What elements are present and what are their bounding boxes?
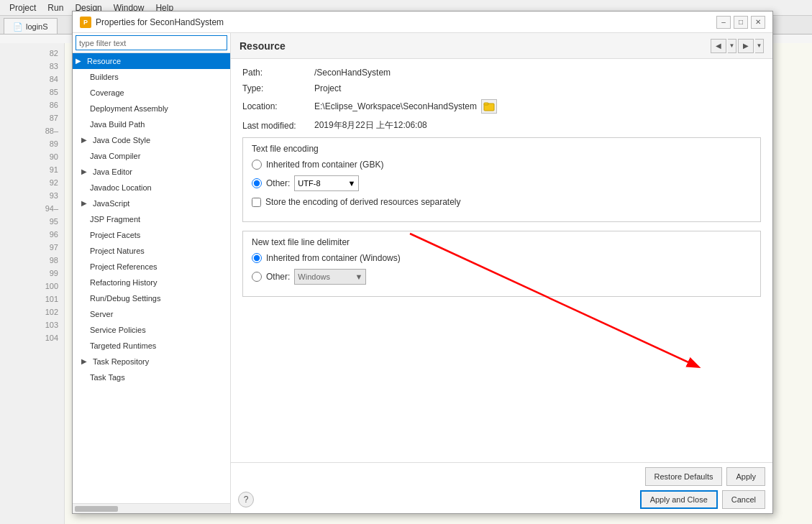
text-encoding-section: Text file encoding Inherited from contai…	[242, 137, 761, 222]
location-row: Location: E:\Eclipse_Workspace\SeconHand…	[242, 99, 761, 114]
nav-forward-dropdown[interactable]: ▼	[755, 39, 764, 53]
line-numbers: 82 83 84 85 86 87 88– 89 90 91 92 93 94–…	[0, 43, 65, 524]
tree-item-task-repository[interactable]: ▶ Task Repository	[73, 354, 230, 369]
tree-item-java-build[interactable]: Java Build Path	[73, 116, 230, 132]
tree-item-label-java-code-style: Java Code Style	[93, 132, 150, 148]
tree-item-label-coverage: Coverage	[90, 85, 124, 101]
tree-item-deployment[interactable]: Deployment Assembly	[73, 101, 230, 116]
line-num-91: 91	[0, 163, 64, 176]
dialog-icon: P	[80, 17, 91, 28]
store-encoding-checkbox[interactable]	[252, 198, 261, 207]
close-button[interactable]: ✕	[751, 16, 765, 29]
other-line-radio-row: Other: Windows ▼	[252, 269, 752, 285]
last-modified-row: Last modified: 2019年8月22日 上午12:06:08	[242, 119, 761, 132]
tree-item-java-compiler[interactable]: Java Compiler	[73, 148, 230, 164]
nav-back-button[interactable]: ◀	[711, 39, 726, 53]
apply-and-close-button[interactable]: Apply and Close	[640, 490, 718, 509]
dropdown-arrow-icon: ▼	[347, 179, 355, 188]
location-value-row: E:\Eclipse_Workspace\SeconHandSystem	[314, 99, 497, 114]
tree-item-run-debug[interactable]: Run/Debug Settings	[73, 290, 230, 306]
apply-button[interactable]: Apply	[726, 467, 765, 486]
type-row: Type: Project	[242, 83, 761, 93]
dialog-body: ▶ Resource Builders Coverage Deployment …	[73, 33, 772, 513]
tab-logins[interactable]: 📄 loginS	[4, 18, 58, 34]
tree-item-project-natures[interactable]: Project Natures	[73, 243, 230, 259]
tree-item-jsp[interactable]: JSP Fragment	[73, 211, 230, 227]
folder-icon	[483, 101, 495, 112]
minimize-button[interactable]: –	[716, 16, 731, 29]
store-encoding-label: Store the encoding of derived resources …	[265, 197, 461, 207]
line-num-98: 98	[0, 254, 64, 267]
tree-item-builders[interactable]: Builders	[73, 69, 230, 85]
tree-item-label-server: Server	[90, 306, 113, 322]
line-num-89: 89	[0, 137, 64, 150]
other-encoding-radio[interactable]	[252, 178, 262, 188]
tree-item-label-java-build: Java Build Path	[90, 116, 145, 132]
tree-item-label-task-repository: Task Repository	[93, 354, 149, 369]
tree-item-java-code-style[interactable]: ▶ Java Code Style	[73, 132, 230, 148]
svg-rect-3	[484, 103, 488, 105]
tree-item-label-refactoring: Refactoring History	[90, 275, 158, 290]
store-encoding-checkbox-row: Store the encoding of derived resources …	[252, 197, 752, 207]
inherited-radio[interactable]	[252, 160, 262, 170]
tree-item-server[interactable]: Server	[73, 306, 230, 322]
other-line-radio[interactable]	[252, 272, 262, 282]
location-value: E:\Eclipse_Workspace\SeconHandSystem	[314, 101, 477, 111]
delimiter-dropdown[interactable]: Windows ▼	[294, 269, 366, 285]
tree-item-label-project-facets: Project Facets	[90, 227, 140, 243]
inherited-line-radio[interactable]	[252, 253, 262, 263]
tree-item-label-service-policies: Service Policies	[90, 322, 146, 338]
expand-icon-javascript: ▶	[81, 196, 93, 211]
line-num-103: 103	[0, 318, 64, 331]
tree-item-label-project-natures: Project Natures	[90, 243, 145, 259]
maximize-button[interactable]: □	[734, 16, 748, 29]
tree-hscroll[interactable]	[73, 503, 230, 513]
encoding-value: UTF-8	[298, 179, 320, 188]
tree-item-label-resource: Resource	[87, 53, 121, 69]
nav-forward-button[interactable]: ▶	[738, 39, 754, 53]
tree-item-java-editor[interactable]: ▶ Java Editor	[73, 164, 230, 180]
tree-item-task-tags[interactable]: Task Tags	[73, 369, 230, 385]
path-label: Path:	[242, 68, 314, 78]
other-encoding-radio-row: Other: UTF-8 ▼	[252, 175, 752, 191]
tree-item-label-builders: Builders	[90, 69, 119, 85]
filter-input[interactable]	[76, 35, 227, 50]
dialog-title: Properties for SeconHandSystem	[96, 17, 716, 27]
other-encoding-radio-label: Other:	[266, 178, 290, 188]
line-num-104: 104	[0, 331, 64, 344]
tree-item-javascript[interactable]: ▶ JavaScript	[73, 196, 230, 211]
filter-box	[73, 33, 230, 53]
cancel-button[interactable]: Cancel	[722, 490, 765, 509]
line-num-87: 87	[0, 111, 64, 124]
nav-back-dropdown[interactable]: ▼	[728, 39, 736, 53]
tree-item-service-policies[interactable]: Service Policies	[73, 322, 230, 338]
tree-item-resource[interactable]: ▶ Resource	[73, 53, 230, 69]
tree-item-coverage[interactable]: Coverage	[73, 85, 230, 101]
tree-item-targeted-runtimes[interactable]: Targeted Runtimes	[73, 338, 230, 354]
left-panel: ▶ Resource Builders Coverage Deployment …	[73, 33, 231, 513]
tree-item-refactoring[interactable]: Refactoring History	[73, 275, 230, 290]
menu-project[interactable]: Project	[4, 3, 42, 13]
last-modified-label: Last modified:	[242, 121, 314, 131]
path-value: /SeconHandSystem	[314, 68, 391, 78]
line-num-85: 85	[0, 86, 64, 98]
restore-defaults-button[interactable]: Restore Defaults	[645, 467, 723, 486]
path-row: Path: /SeconHandSystem	[242, 68, 761, 78]
encoding-dropdown[interactable]: UTF-8 ▼	[294, 175, 359, 191]
type-label: Type:	[242, 83, 314, 93]
help-button[interactable]: ?	[238, 492, 254, 507]
location-browse-button[interactable]	[481, 99, 497, 114]
line-num-94: 94–	[0, 202, 64, 215]
dialog-bottom: Restore Defaults Apply ? Apply and Close…	[231, 462, 772, 513]
tree-item-javadoc[interactable]: Javadoc Location	[73, 180, 230, 196]
menu-run[interactable]: Run	[42, 3, 69, 13]
tree-area: ▶ Resource Builders Coverage Deployment …	[73, 53, 230, 503]
tab-label: loginS	[26, 19, 48, 35]
line-delimiter-section: New text file line delimiter Inherited f…	[242, 231, 761, 297]
tree-item-project-facets[interactable]: Project Facets	[73, 227, 230, 243]
line-num-86: 86	[0, 98, 64, 111]
tree-item-project-refs[interactable]: Project References	[73, 259, 230, 275]
bottom-row2: ? Apply and Close Cancel	[238, 490, 765, 509]
line-num-101: 101	[0, 293, 64, 305]
line-num-97: 97	[0, 241, 64, 254]
